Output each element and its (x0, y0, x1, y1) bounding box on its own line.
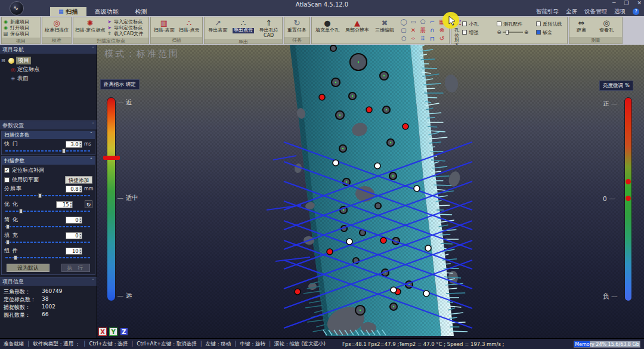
spinner-arrows[interactable]: ▴▾ (70, 202, 72, 208)
param-value[interactable]: 0.8▴▾ (66, 186, 82, 193)
fill-targets-row[interactable]: 定位标点补洞 (2, 165, 95, 174)
export-pointcloud-button[interactable]: ∴ 导出点云 (231, 18, 256, 38)
bridge-icon[interactable]: ∩ (428, 26, 437, 35)
close-button[interactable]: ✕ (637, 0, 642, 6)
shutter-value[interactable]: 3.0 ▴▾ (66, 141, 82, 148)
collapse-icon[interactable]: ˆ (92, 277, 94, 286)
maximize-button[interactable]: ❐ (624, 0, 628, 6)
project-info-header[interactable]: 项目信息 ˆ (0, 277, 97, 286)
spinner-arrows[interactable]: ▴▾ (79, 248, 82, 254)
local-resolution-button[interactable]: ▲ 局部分辨率 (343, 18, 371, 43)
axis-y-button[interactable]: Y (109, 328, 117, 336)
collapse-icon[interactable]: ˆ (92, 45, 94, 54)
collapse-icon[interactable]: ˆ (92, 121, 94, 129)
reset-task-button[interactable]: ↻ 重置任务 (286, 18, 308, 36)
u-shape-icon[interactable]: ⊓ (428, 35, 437, 43)
menu-device-manager[interactable]: 设备管理 (584, 8, 607, 16)
project-nav-header[interactable]: 项目导航 ˆ (0, 45, 97, 54)
param-slider[interactable] (5, 255, 91, 260)
check-hole-accessory[interactable]: 测孔配件 (497, 21, 536, 27)
export-targets-button[interactable]: ➤ 导出定位标点 (107, 24, 147, 30)
brightness-adjust-header[interactable]: 亮度微调 % (599, 81, 633, 91)
axis-x-button[interactable]: X (98, 328, 107, 336)
spinner-arrows[interactable]: ▴▾ (79, 186, 82, 192)
matrix-icon[interactable]: ⠿ (418, 35, 428, 43)
tree-item-project[interactable]: ⊟ 项目 (1, 56, 95, 65)
check-small-holes[interactable]: 小孔 (462, 21, 497, 27)
distance-button[interactable]: ⇔ 距离 (571, 18, 592, 36)
enhance-checkbox[interactable] (462, 30, 467, 35)
param-slider[interactable] (5, 209, 91, 214)
help-icon[interactable]: ? (633, 8, 639, 15)
spinner-arrows[interactable]: ▴▾ (79, 233, 82, 239)
hole-accessory-checkbox[interactable] (497, 21, 501, 26)
check-sheet-metal[interactable]: 钣金 (536, 29, 571, 36)
scan-surface-button[interactable]: ▥ 扫描-表面 (152, 18, 176, 36)
check-invert-normals[interactable]: 反转法线 (536, 21, 571, 27)
scan-params-title[interactable]: 扫描参数 ˆ (2, 157, 95, 165)
distance-indicator-header[interactable]: 距离指示 绑定 (100, 79, 140, 89)
tab-scan[interactable]: ▦ 扫描 (50, 7, 86, 16)
param-value[interactable]: 10▴▾ (66, 248, 82, 255)
minimize-button[interactable]: ─ (612, 0, 615, 6)
view-holes-button[interactable]: ◎ 查看孔 (593, 18, 620, 36)
run-button[interactable]: 执 行 (61, 264, 90, 272)
param-slider[interactable] (5, 240, 91, 245)
fill-hole-button[interactable]: ● 填充单个孔 (313, 18, 342, 43)
param-value[interactable]: 0▴▾ (66, 217, 82, 224)
tree-item-targets[interactable]: ◎ 定位标点 (1, 65, 95, 74)
tree-item-surface[interactable]: ✳ 表面 (1, 74, 95, 83)
flash-slider[interactable]: ⊖ ⊕ (497, 29, 536, 35)
new-project-button[interactable]: ◉ 新建项目 (3, 18, 39, 24)
grid-dots-icon[interactable]: ⁘ (408, 35, 418, 43)
small-holes-checkbox[interactable] (462, 21, 467, 26)
shutter-slider[interactable] (5, 149, 91, 153)
import-targets-button[interactable]: ➤ 导入定位标点 (107, 18, 147, 24)
export-holes-cad-button[interactable]: ⇑ 导出孔位CAD (256, 18, 281, 38)
param-value[interactable]: 15▴▾ (56, 201, 73, 208)
menu-smart-guide[interactable]: 智能引导 (536, 8, 559, 16)
select-ellipse-icon[interactable]: ◯ (399, 18, 408, 26)
connect-edge-icon[interactable]: ⌐ (428, 18, 437, 26)
menu-options[interactable]: 选项 (614, 8, 626, 16)
refresh-button[interactable]: ↻ (85, 200, 92, 208)
invert-normals-checkbox[interactable] (536, 21, 541, 26)
fill-targets-checkbox[interactable] (4, 168, 10, 173)
expand-icon[interactable]: ⊟ (1, 58, 7, 63)
param-slider[interactable] (5, 224, 91, 229)
slider-plus-icon[interactable]: ⊕ (524, 29, 529, 35)
scanner-params-title[interactable]: 扫描仪参数 ˆ (2, 131, 95, 139)
select-rect-icon[interactable]: ▭ (408, 18, 418, 26)
sheet-metal-checkbox[interactable] (536, 30, 541, 35)
delete-selection-icon[interactable]: ✕ (408, 26, 418, 35)
scan-pointcloud-button[interactable]: ∴ 扫描-点云 (177, 18, 201, 36)
axis-z-button[interactable]: Z (120, 328, 128, 336)
info-label: 捕捉帧数： (4, 304, 42, 311)
params-header[interactable]: 参数设置 ˆ (0, 121, 97, 129)
set-default-button[interactable]: 设为默认 (7, 264, 49, 272)
open-project-button[interactable]: ◉ 打开项目 (3, 24, 39, 30)
menu-fullscreen[interactable]: 全屏 (566, 8, 577, 16)
tab-inspect[interactable]: 检测 (127, 7, 156, 16)
clip-plane-row[interactable]: 使用切平面 快捷添加 (2, 174, 95, 184)
select-lasso-icon[interactable]: ▢ (399, 26, 408, 35)
load-cad-button[interactable]: ⇑ 载入CAD文件 (107, 30, 147, 36)
quick-add-button[interactable]: 快捷添加 (65, 176, 92, 184)
delete-all-icon[interactable]: 册 (418, 26, 428, 35)
param-slider[interactable] (5, 193, 91, 198)
select-circle-icon[interactable]: ⬡ (399, 35, 408, 43)
clip-plane-checkbox[interactable] (4, 177, 10, 183)
tab-advanced[interactable]: 高级功能 (86, 7, 127, 16)
select-polygon-icon[interactable]: ⬠ (418, 18, 428, 26)
check-enhance[interactable]: 增强 (462, 29, 497, 36)
edit-3d-button[interactable]: ✖ 三维编辑 (373, 18, 397, 43)
spinner-arrows[interactable]: ▴▾ (79, 217, 82, 223)
export-surface-button[interactable]: ↗ 导出表面 (206, 18, 230, 38)
slider-minus-icon[interactable]: ⊖ (497, 29, 501, 35)
rotate-icon[interactable]: ↺ (437, 35, 447, 43)
param-value[interactable]: 0▴▾ (66, 232, 82, 239)
viewport-3d[interactable]: 模式：标准范围 距离指示 绑定 ──近 ──适中 ──远 亮度微调 % 正── … (97, 45, 644, 338)
calibrate-scanner-button[interactable]: ◎ 校准扫描仪 (44, 18, 70, 36)
scan-targets-button[interactable]: ✺ 扫描-定位标点 (75, 18, 106, 37)
save-project-button[interactable]: ▤ 保存项目 (3, 30, 39, 36)
